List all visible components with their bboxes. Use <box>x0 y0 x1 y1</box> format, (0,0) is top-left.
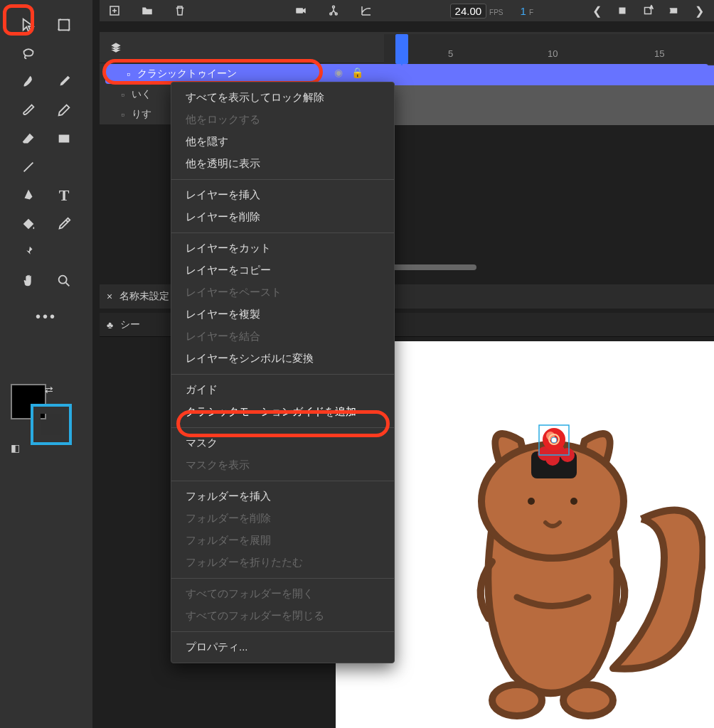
svg-rect-18 <box>670 8 678 14</box>
layer-label: いく <box>132 88 151 101</box>
menu-separator <box>171 232 394 233</box>
svg-text:A: A <box>650 5 653 9</box>
graph-icon[interactable] <box>358 3 374 18</box>
frame-icon[interactable] <box>666 3 681 18</box>
menu-item[interactable]: レイヤーをシンボルに変換 <box>171 348 394 370</box>
more-tools[interactable]: ••• <box>0 309 92 325</box>
pen-tool[interactable] <box>13 183 44 208</box>
timeline-scrollbar[interactable] <box>384 264 476 270</box>
svg-point-25 <box>563 685 613 716</box>
svg-rect-8 <box>296 8 303 14</box>
page-icon: ▫ <box>127 68 130 80</box>
svg-rect-0 <box>59 20 70 31</box>
menu-item: すべてのフォルダーを閉じる <box>171 605 394 627</box>
pencil-tool[interactable] <box>48 98 80 122</box>
menu-item[interactable]: クラシックモーションガイドを追加 <box>171 401 394 423</box>
svg-rect-1 <box>59 135 70 143</box>
layer-context-menu: すべてを表示してロック解除他をロックする他を隠す他を透明に表示レイヤーを挿入レイ… <box>171 82 395 663</box>
svg-line-2 <box>24 163 33 172</box>
paint-brush-tool[interactable] <box>13 98 44 122</box>
insert-blank-keyframe-icon[interactable]: A <box>640 3 656 18</box>
layer-row-toggles: ◉ 🔒 <box>334 67 363 78</box>
stroke-color-swatch[interactable] <box>33 407 69 442</box>
frame-label: F <box>529 9 533 16</box>
selection-tool[interactable] <box>13 13 44 37</box>
layers-icon[interactable] <box>108 40 124 55</box>
scene-name[interactable]: シー <box>120 318 140 331</box>
menu-item: フォルダーを折りたたむ <box>171 552 394 574</box>
playhead[interactable] <box>395 34 408 64</box>
menu-item[interactable]: マスク <box>171 432 394 454</box>
timeline-track-tween[interactable] <box>384 65 714 85</box>
text-tool[interactable]: T <box>48 183 80 208</box>
menu-item[interactable]: 他を透明に表示 <box>171 153 394 175</box>
zoom-tool[interactable] <box>48 269 80 293</box>
menu-item: レイヤーを結合 <box>171 326 394 348</box>
color-swatches: ⇄ ◧ <box>11 384 46 419</box>
menu-item: 他をロックする <box>171 109 394 131</box>
next-keyframe-icon[interactable]: ❯ <box>691 3 707 18</box>
menu-item[interactable]: すべてを表示してロック解除 <box>171 87 394 109</box>
timeline-track[interactable] <box>384 85 714 105</box>
menu-item: レイヤーをペースト <box>171 282 394 304</box>
svg-point-3 <box>59 276 67 284</box>
insert-keyframe-icon[interactable] <box>614 3 630 18</box>
lock-toggle-icon[interactable]: 🔒 <box>351 67 363 78</box>
fps-value[interactable]: 24.00 <box>450 4 487 18</box>
menu-separator <box>171 631 394 632</box>
document-tab-title[interactable]: 名称未設定 <box>119 290 169 303</box>
menu-item[interactable]: プロパティ... <box>171 636 394 658</box>
menu-item[interactable]: レイヤーを削除 <box>171 206 394 228</box>
menu-item[interactable]: ガイド <box>171 379 394 401</box>
menu-separator <box>171 427 394 428</box>
line-tool[interactable] <box>13 155 44 179</box>
toolbox: T ••• ⇄ ◧ <box>0 0 92 728</box>
timeline-ruler[interactable]: 5 10 15 <box>384 34 714 64</box>
tab-close-icon[interactable]: × <box>107 291 112 302</box>
svg-point-33 <box>545 451 560 466</box>
layer-label: りす <box>132 108 151 121</box>
menu-item[interactable]: レイヤーをコピー <box>171 259 394 282</box>
sushi-symbol <box>531 425 577 478</box>
eraser-tool[interactable] <box>13 127 44 151</box>
frame-nav: ❮ A ❯ <box>589 3 707 18</box>
menu-item: すべてのフォルダーを開く <box>171 583 394 605</box>
menu-item[interactable]: レイヤーを複製 <box>171 304 394 326</box>
eyedropper-tool[interactable] <box>48 212 80 236</box>
new-folder-icon[interactable] <box>139 3 155 18</box>
rectangle-tool[interactable] <box>48 127 80 151</box>
menu-item[interactable]: フォルダーを挿入 <box>171 486 394 508</box>
current-frame[interactable]: 1 <box>521 5 526 17</box>
pin-tool[interactable] <box>13 240 44 264</box>
svg-rect-19 <box>668 9 670 13</box>
menu-item[interactable]: 他を隠す <box>171 131 394 153</box>
delete-icon[interactable] <box>172 3 188 18</box>
svg-point-38 <box>551 437 557 443</box>
svg-point-27 <box>528 498 535 505</box>
page-icon: ▫ <box>121 89 124 100</box>
swap-colors-icon[interactable]: ⇄ <box>45 384 53 395</box>
menu-item[interactable]: レイヤーを挿入 <box>171 184 394 206</box>
timeline-track[interactable] <box>384 105 714 125</box>
fluid-brush-tool[interactable] <box>13 70 44 94</box>
new-layer-icon[interactable] <box>107 3 122 18</box>
menu-item: フォルダーを削除 <box>171 508 394 530</box>
svg-point-28 <box>570 498 577 505</box>
menu-separator <box>171 179 394 180</box>
paint-bucket-tool[interactable] <box>13 212 44 236</box>
rig-icon[interactable] <box>326 3 341 18</box>
visibility-toggle-icon[interactable]: ◉ <box>334 67 343 78</box>
brush-tool[interactable] <box>48 70 80 94</box>
default-colors-icon[interactable]: ◧ <box>11 442 20 454</box>
scene-icon[interactable]: ♣ <box>107 319 113 331</box>
menu-item[interactable]: レイヤーをカット <box>171 237 394 259</box>
squirrel-artwork <box>393 377 705 728</box>
prev-keyframe-icon[interactable]: ❮ <box>589 3 604 18</box>
free-transform-tool[interactable] <box>48 13 80 37</box>
hand-tool[interactable] <box>13 269 44 293</box>
ruler-tick: 15 <box>654 48 664 59</box>
ruler-tick: 10 <box>548 48 558 59</box>
lasso-tool[interactable] <box>13 41 44 65</box>
svg-line-4 <box>66 283 70 287</box>
camera-icon[interactable] <box>293 3 309 18</box>
